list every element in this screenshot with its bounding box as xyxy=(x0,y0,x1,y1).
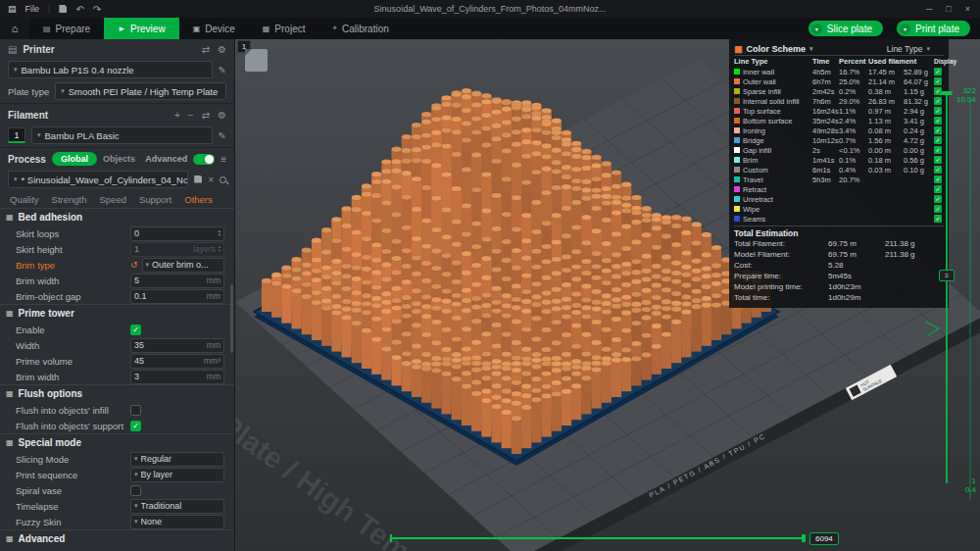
display-checkbox[interactable]: ✓ xyxy=(934,126,942,134)
print-plate-button[interactable]: ▾ Print plate xyxy=(897,21,970,36)
process-tab-quality[interactable]: Quality xyxy=(10,194,39,206)
remove-filament-icon[interactable]: − xyxy=(188,110,194,121)
minimize-button[interactable]: ─ xyxy=(926,4,932,14)
display-checkbox[interactable]: ✓ xyxy=(934,107,942,115)
stepper-arrows[interactable]: ▴▾ xyxy=(219,229,220,238)
plate-thumbnail-icon[interactable] xyxy=(245,49,268,72)
prime-volume-field[interactable]: 45mm³ xyxy=(130,354,224,369)
advanced-toggle[interactable] xyxy=(193,154,215,165)
display-checkbox[interactable]: ✓ xyxy=(934,156,942,164)
save-preset-icon[interactable] xyxy=(194,175,202,185)
filament-weight: 52.89 g xyxy=(904,68,934,76)
display-checkbox[interactable]: ✓ xyxy=(934,195,942,203)
process-preset-select[interactable]: ▾ * Sinusoidal_Wave_of_Cylinders_04_Nozz… xyxy=(8,171,188,188)
search-icon[interactable] xyxy=(220,176,226,183)
process-tab-strength[interactable]: Strength xyxy=(52,194,87,206)
clear-preset-icon[interactable]: × xyxy=(208,175,214,185)
tab-preview[interactable]: ►Preview xyxy=(104,18,179,39)
filament-edit-icon[interactable]: ✎ xyxy=(219,130,226,141)
brim-object-gap-field[interactable]: 0.1mm xyxy=(130,289,224,304)
close-button[interactable]: × xyxy=(965,4,970,14)
left-sidebar: ▤ Printer ⇄ ⚙ ▾ Bambu Lab P1S 0.4 nozzle… xyxy=(0,39,235,551)
global-toggle[interactable]: Global xyxy=(52,152,97,166)
filament-slot-badge[interactable]: 1 xyxy=(8,127,25,143)
display-checkbox[interactable]: ✓ xyxy=(934,175,942,183)
layer-slider-handle[interactable]: ≡ xyxy=(939,270,955,281)
section-special-mode[interactable]: ▦Special mode xyxy=(0,433,234,451)
display-checkbox[interactable]: ✓ xyxy=(934,146,942,154)
process-list-icon[interactable]: ≡ xyxy=(220,154,226,165)
width-field[interactable]: 35mm xyxy=(130,338,224,353)
display-checkbox[interactable]: ✓ xyxy=(934,97,942,105)
skirt-loops-stepper[interactable]: 0▴▾ xyxy=(130,226,224,241)
tab-project[interactable]: ▦Project xyxy=(249,18,319,39)
sync-filament-icon[interactable]: ⇄ xyxy=(202,110,210,121)
printer-preset-select[interactable]: ▾ Bambu Lab P1S 0.4 nozzle xyxy=(8,61,213,78)
process-tab-speed[interactable]: Speed xyxy=(100,194,126,206)
chevron-down-icon: ▾ xyxy=(926,45,930,53)
line-type-name: Brim xyxy=(743,156,758,165)
section-flush-options[interactable]: ▦Flush options xyxy=(0,384,234,402)
save-icon[interactable] xyxy=(59,5,67,13)
skirt-height-stepper[interactable]: 1layers▴▾ xyxy=(130,242,224,257)
printer-edit-icon[interactable]: ✎ xyxy=(219,65,226,75)
flush-into-objects-infill-checkbox[interactable] xyxy=(130,405,141,416)
brim-width-field[interactable]: 5mm xyxy=(130,274,224,288)
printer-settings-icon[interactable]: ⚙ xyxy=(218,44,226,55)
plate-type-select[interactable]: ▾ Smooth PEI Plate / High Temp Plate xyxy=(55,82,226,100)
display-checkbox[interactable]: ✓ xyxy=(934,166,942,174)
view-mode-select[interactable]: Line Type ▾ xyxy=(887,44,944,54)
printer-connection-icon[interactable]: ⇄ xyxy=(202,44,210,55)
maximize-button[interactable]: □ xyxy=(946,4,951,14)
print-dropdown-icon[interactable]: ▾ xyxy=(900,24,910,34)
process-tab-others[interactable]: Others xyxy=(184,194,213,206)
enable-checkbox[interactable]: ✓ xyxy=(130,325,141,335)
move-slider[interactable] xyxy=(392,537,804,539)
move-slider-handle[interactable] xyxy=(802,534,806,542)
display-checkbox[interactable]: ✓ xyxy=(934,68,942,75)
section-icon: ▦ xyxy=(6,438,14,447)
display-checkbox[interactable]: ✓ xyxy=(934,205,942,213)
display-checkbox[interactable]: ✓ xyxy=(934,117,942,125)
app-menu-icon[interactable]: ▤ xyxy=(8,4,17,14)
tab-prepare[interactable]: ▤Prepare xyxy=(29,18,104,39)
display-checkbox[interactable]: ✓ xyxy=(934,215,942,223)
process-tab-support[interactable]: Support xyxy=(139,194,172,206)
total-value-1: 1d0h29m xyxy=(828,293,885,302)
slicing-mode-select[interactable]: ▾Regular xyxy=(130,452,224,467)
display-checkbox[interactable]: ✓ xyxy=(934,185,942,193)
section-bed-adhesion[interactable]: ▦Bed adhesion xyxy=(0,208,234,225)
layer-slider[interactable]: ≡ xyxy=(946,93,948,483)
tab-label: Calibration xyxy=(342,24,389,34)
slice-dropdown-icon[interactable]: ▾ xyxy=(811,24,822,34)
tab-calibration[interactable]: ⌖Calibration xyxy=(318,18,402,39)
stepper-arrows[interactable]: ▴▾ xyxy=(219,245,220,254)
legend-outer-wall: Outer wall6h7m25.0%21.14 m64.07 g✓ xyxy=(734,76,944,86)
reset-icon[interactable]: ↺ xyxy=(130,260,138,270)
layer-slider-top-handle[interactable] xyxy=(941,91,953,95)
filament-select[interactable]: ▾ Bambu PLA Basic xyxy=(31,126,213,144)
add-filament-icon[interactable]: + xyxy=(174,110,180,121)
sidebar-scrollbar[interactable] xyxy=(230,284,233,353)
redo-icon[interactable]: ↷ xyxy=(93,4,101,15)
undo-icon[interactable]: ↶ xyxy=(75,4,83,15)
display-checkbox[interactable]: ✓ xyxy=(934,77,942,85)
timelapse-select[interactable]: ▾Traditional xyxy=(130,499,224,514)
objects-toggle[interactable]: Objects xyxy=(103,154,135,164)
file-menu[interactable]: File xyxy=(25,4,40,14)
spiral-vase-checkbox[interactable] xyxy=(130,485,141,496)
display-checkbox[interactable]: ✓ xyxy=(934,136,942,144)
filament-settings-icon[interactable]: ⚙ xyxy=(218,110,226,121)
fuzzy-skin-select[interactable]: ▾None xyxy=(130,515,224,529)
tab-device[interactable]: ▣Device xyxy=(179,18,249,39)
home-button[interactable]: ⌂ xyxy=(0,18,29,39)
section-prime-tower[interactable]: ▦Prime tower xyxy=(0,304,234,322)
brim-width-field[interactable]: 3mm xyxy=(130,370,224,384)
section-advanced[interactable]: ▦Advanced xyxy=(0,529,234,547)
flush-into-objects-support-checkbox[interactable]: ✓ xyxy=(130,421,141,431)
brim-type-select[interactable]: ▾Outer brim o... xyxy=(142,258,224,273)
print-sequence-select[interactable]: ▾By layer xyxy=(130,468,224,482)
chevron-down-icon[interactable]: ▾ xyxy=(809,45,813,53)
slice-plate-button[interactable]: ▾ Slice plate xyxy=(808,21,883,36)
param-brim-type: Brim type↺▾Outer brim o... xyxy=(0,257,234,273)
